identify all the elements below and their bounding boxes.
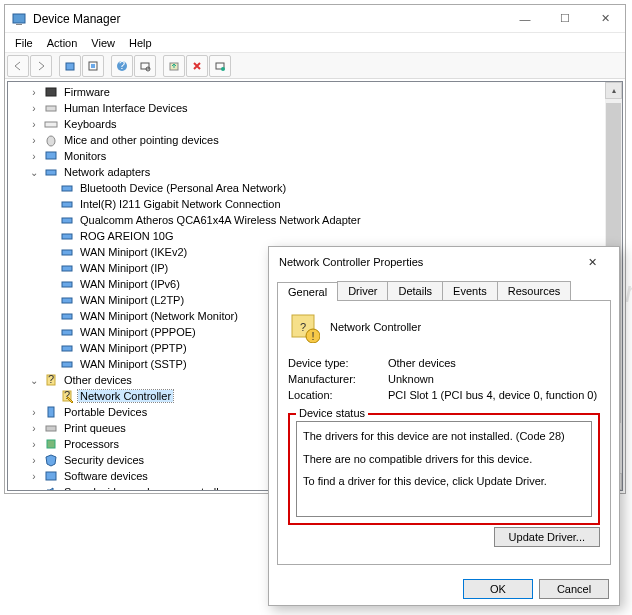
tab-resources[interactable]: Resources <box>497 281 572 300</box>
nic-icon <box>59 276 75 292</box>
svg-rect-4 <box>66 63 74 70</box>
dialog-close-button[interactable]: ✕ <box>575 249 609 275</box>
menu-file[interactable]: File <box>9 35 39 51</box>
tree-node-mice[interactable]: ›Mice and other pointing devices <box>10 132 620 148</box>
ok-button[interactable]: OK <box>463 579 533 599</box>
device-status-text[interactable]: The drivers for this device are not inst… <box>296 421 592 517</box>
dialog-footer: OK Cancel <box>269 573 619 605</box>
enable-button[interactable] <box>209 55 231 77</box>
manufacturer-value: Unknown <box>388 373 434 385</box>
update-driver-button[interactable]: Update Driver... <box>494 527 600 547</box>
scroll-up-button[interactable]: ▴ <box>605 82 622 99</box>
tree-node-keyboards[interactable]: ›Keyboards <box>10 116 620 132</box>
svg-rect-30 <box>62 346 72 351</box>
svg-rect-22 <box>62 218 72 223</box>
properties-dialog: Network Controller Properties ✕ General … <box>268 246 620 606</box>
location-label: Location: <box>288 389 388 401</box>
tree-node-firmware[interactable]: ›Firmware <box>10 84 620 100</box>
svg-rect-16 <box>45 122 57 127</box>
svg-rect-39 <box>46 472 56 480</box>
keyboard-icon <box>43 116 59 132</box>
tree-node-hid[interactable]: ›Human Interface Devices <box>10 100 620 116</box>
location-value: PCI Slot 1 (PCI bus 4, device 0, functio… <box>388 389 597 401</box>
svg-rect-31 <box>62 362 72 367</box>
svg-rect-37 <box>46 426 56 431</box>
menu-action[interactable]: Action <box>41 35 84 51</box>
menu-view[interactable]: View <box>85 35 121 51</box>
mouse-icon <box>43 132 59 148</box>
tab-general[interactable]: General <box>277 282 338 301</box>
tree-node-monitors[interactable]: ›Monitors <box>10 148 620 164</box>
device-type-value: Other devices <box>388 357 456 369</box>
nic-icon <box>59 180 75 196</box>
back-button[interactable] <box>7 55 29 77</box>
titlebar[interactable]: Device Manager — ☐ ✕ <box>5 5 625 33</box>
svg-rect-23 <box>62 234 72 239</box>
sound-icon <box>43 484 59 491</box>
svg-rect-27 <box>62 298 72 303</box>
device-name: Network Controller <box>330 321 421 333</box>
svg-rect-21 <box>62 202 72 207</box>
uninstall-button[interactable] <box>186 55 208 77</box>
device-type-label: Device type: <box>288 357 388 369</box>
maximize-button[interactable]: ☐ <box>545 6 585 32</box>
svg-rect-19 <box>46 170 56 175</box>
update-button[interactable] <box>163 55 185 77</box>
menu-help[interactable]: Help <box>123 35 158 51</box>
cancel-button[interactable]: Cancel <box>539 579 609 599</box>
svg-rect-18 <box>46 152 56 159</box>
nic-icon <box>59 244 75 260</box>
network-icon <box>43 164 59 180</box>
svg-rect-24 <box>62 250 72 255</box>
show-hidden-button[interactable] <box>59 55 81 77</box>
toolbar: ? <box>5 53 625 79</box>
tree-node-na-item[interactable]: Bluetooth Device (Personal Area Network) <box>10 180 620 196</box>
forward-button[interactable] <box>30 55 52 77</box>
nic-icon <box>59 196 75 212</box>
svg-text:?: ? <box>300 321 306 333</box>
tree-node-na-item[interactable]: Qualcomm Atheros QCA61x4A Wireless Netwo… <box>10 212 620 228</box>
svg-rect-15 <box>46 106 56 111</box>
firmware-icon <box>43 84 59 100</box>
help-button[interactable]: ? <box>111 55 133 77</box>
svg-text:?: ? <box>119 60 125 71</box>
svg-rect-38 <box>47 440 55 448</box>
dialog-title: Network Controller Properties <box>279 256 575 268</box>
hid-icon <box>43 100 59 116</box>
svg-text:?: ? <box>48 373 54 385</box>
svg-text:!: ! <box>311 330 314 342</box>
app-icon <box>11 11 27 27</box>
dialog-tabs: General Driver Details Events Resources <box>269 281 619 300</box>
svg-rect-26 <box>62 282 72 287</box>
minimize-button[interactable]: — <box>505 6 545 32</box>
svg-rect-29 <box>62 330 72 335</box>
device-icon: ?! <box>288 311 320 343</box>
monitor-icon <box>43 148 59 164</box>
svg-rect-6 <box>91 64 95 68</box>
nic-icon <box>59 356 75 372</box>
security-icon <box>43 452 59 468</box>
svg-rect-3 <box>16 24 22 25</box>
nic-icon <box>59 292 75 308</box>
properties-button[interactable] <box>82 55 104 77</box>
tree-node-na-item[interactable]: Intel(R) I211 Gigabit Network Connection <box>10 196 620 212</box>
nic-icon <box>59 228 75 244</box>
tree-node-na-item[interactable]: ROG AREION 10G <box>10 228 620 244</box>
svg-rect-20 <box>62 186 72 191</box>
tab-events[interactable]: Events <box>442 281 498 300</box>
svg-rect-36 <box>48 407 54 417</box>
tab-driver[interactable]: Driver <box>337 281 388 300</box>
close-button[interactable]: ✕ <box>585 6 625 32</box>
tree-node-network-adapters[interactable]: ⌄Network adapters <box>10 164 620 180</box>
window-title: Device Manager <box>33 12 505 26</box>
cpu-icon <box>43 436 59 452</box>
tab-details[interactable]: Details <box>387 281 443 300</box>
svg-rect-2 <box>13 14 25 23</box>
svg-point-17 <box>47 136 55 146</box>
scan-button[interactable] <box>134 55 156 77</box>
device-status-legend: Device status <box>296 407 368 419</box>
dialog-titlebar[interactable]: Network Controller Properties ✕ <box>269 247 619 277</box>
warning-icon: ? <box>59 388 75 404</box>
svg-point-13 <box>221 67 225 71</box>
tab-body-general: ?! Network Controller Device type:Other … <box>277 300 611 565</box>
